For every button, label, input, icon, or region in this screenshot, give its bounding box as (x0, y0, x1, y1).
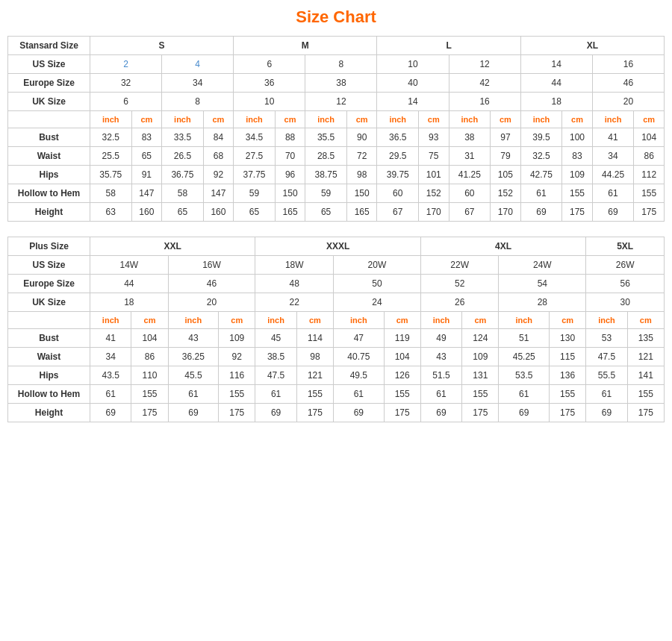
measurement-value: 104 (634, 128, 665, 147)
unit-cm-3: cm (346, 111, 377, 128)
measurement-value: 60 (377, 184, 419, 203)
measurement-value: 61 (520, 184, 562, 203)
measurement-value: 155 (634, 184, 665, 203)
measurement-value: 51 (499, 329, 550, 348)
table-row: Height6316065160651656516567170671706917… (8, 203, 665, 222)
uk-6: 6 (90, 93, 162, 111)
unit-inch-6: inch (520, 111, 562, 128)
euro-size-label: Europe Size (8, 74, 90, 93)
uk-12: 12 (305, 93, 377, 111)
uk-10: 10 (234, 93, 305, 111)
measurement-value: 150 (346, 184, 377, 203)
measurement-value: 101 (419, 166, 449, 184)
us-size-16: 16 (592, 55, 664, 74)
measurement-value: 42.75 (520, 166, 562, 184)
measurement-label: Hips (8, 366, 90, 385)
measurement-value: 109 (219, 329, 255, 348)
plus-unit-inch-1: inch (168, 312, 219, 329)
plus-us-26w: 26W (586, 256, 665, 275)
uk-8: 8 (162, 93, 234, 111)
measurement-value: 155 (562, 184, 593, 203)
measurement-value: 61 (90, 385, 131, 404)
plus-size-chart: Plus Size XXL XXXL 4XL 5XL US Size 14W 1… (7, 237, 665, 422)
measurement-value: 175 (384, 404, 420, 422)
measurement-value: 45 (255, 329, 296, 348)
plus-unit-cm-4: cm (462, 312, 499, 329)
plus-uk-18: 18 (90, 293, 169, 312)
table-row: Hollow to Hem611556115561155611556115561… (8, 385, 665, 404)
measurement-label: Bust (8, 329, 90, 348)
plus-euro-56: 56 (586, 275, 665, 293)
table-row: Bust41104431094511447119491245113053135 (8, 329, 665, 348)
standard-size-label: Stansard Size (8, 37, 90, 55)
measurement-value: 155 (296, 385, 333, 404)
euro-32: 32 (90, 74, 162, 93)
unit-cm-4: cm (419, 111, 449, 128)
measurement-value: 35.5 (305, 128, 347, 147)
measurement-value: 61 (592, 184, 634, 203)
euro-38: 38 (305, 74, 377, 93)
unit-label-empty (8, 111, 90, 128)
measurement-value: 131 (462, 366, 499, 385)
measurement-value: 59 (234, 184, 276, 203)
measurement-value: 29.5 (377, 147, 419, 166)
measurement-value: 34 (90, 348, 131, 366)
unit-inch-2: inch (234, 111, 276, 128)
measurement-value: 155 (384, 385, 420, 404)
measurement-value: 61 (334, 385, 385, 404)
unit-inch-7: inch (592, 111, 634, 128)
measurement-value: 68 (203, 147, 234, 166)
euro-46: 46 (592, 74, 664, 93)
measurement-value: 175 (627, 404, 664, 422)
measurement-value: 45.5 (168, 366, 219, 385)
plus-us-18w: 18W (255, 256, 334, 275)
measurement-value: 72 (346, 147, 377, 166)
measurement-value: 49.5 (334, 366, 385, 385)
measurement-value: 31 (449, 147, 491, 166)
measurement-value: 36.5 (377, 128, 419, 147)
measurement-value: 141 (627, 366, 664, 385)
measurement-value: 152 (419, 184, 449, 203)
measurement-value: 34.5 (234, 128, 276, 147)
plus-uk-28: 28 (499, 293, 586, 312)
plus-unit-cm-2: cm (296, 312, 333, 329)
measurement-value: 53.5 (499, 366, 550, 385)
measurement-value: 155 (131, 385, 168, 404)
table-row: Bust32.58333.58434.58835.59036.593389739… (8, 128, 665, 147)
measurement-value: 93 (419, 128, 449, 147)
us-size-2: 2 (90, 55, 162, 74)
measurement-value: 90 (346, 128, 377, 147)
measurement-value: 25.5 (90, 147, 132, 166)
plus-unit-cm-1: cm (219, 312, 255, 329)
standard-s-header: S (90, 37, 234, 55)
plus-uk-label: UK Size (8, 293, 90, 312)
measurement-value: 75 (419, 147, 449, 166)
measurement-value: 121 (296, 366, 333, 385)
measurement-value: 112 (634, 166, 665, 184)
measurement-value: 92 (219, 348, 255, 366)
measurement-value: 51.5 (420, 366, 461, 385)
measurement-value: 32.5 (90, 128, 132, 147)
measurement-value: 28.5 (305, 147, 347, 166)
unit-cm-5: cm (491, 111, 521, 128)
measurement-value: 38 (449, 128, 491, 147)
plus-euro-label: Europe Size (8, 275, 90, 293)
plus-uk-20: 20 (168, 293, 255, 312)
measurement-label: Height (8, 404, 90, 422)
uk-16: 16 (449, 93, 520, 111)
measurement-value: 83 (562, 147, 593, 166)
plus-us-16w: 16W (168, 256, 255, 275)
measurement-value: 53 (586, 329, 627, 348)
measurement-value: 70 (275, 147, 305, 166)
uk-size-label: UK Size (8, 93, 90, 111)
measurement-value: 47.5 (255, 366, 296, 385)
measurement-value: 175 (549, 404, 585, 422)
plus-us-24w: 24W (499, 256, 586, 275)
page-title: Size Chart (7, 7, 665, 27)
measurement-value: 35.75 (90, 166, 132, 184)
us-size-label: US Size (8, 55, 90, 74)
plus-table: Plus Size XXL XXXL 4XL 5XL US Size 14W 1… (7, 237, 665, 422)
plus-unit-inch-6: inch (586, 312, 627, 329)
uk-14: 14 (377, 93, 449, 111)
measurement-value: 69 (334, 404, 385, 422)
